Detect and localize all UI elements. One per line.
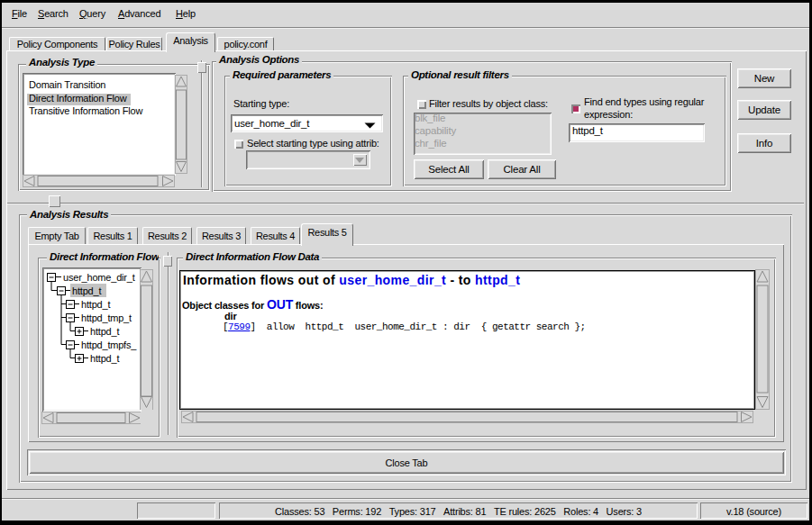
svg-text:httpd_t: httpd_t	[90, 353, 119, 364]
svg-text:httpd_t: httpd_t	[81, 299, 110, 310]
svg-text:httpd_tmpfs_: httpd_tmpfs_	[81, 339, 137, 350]
svg-text:httpd_t: httpd_t	[72, 285, 101, 296]
svg-text:user_home_dir_t: user_home_dir_t	[63, 272, 135, 283]
svg-text:httpd_tmp_t: httpd_tmp_t	[81, 312, 132, 323]
svg-text:httpd_t: httpd_t	[90, 326, 119, 337]
